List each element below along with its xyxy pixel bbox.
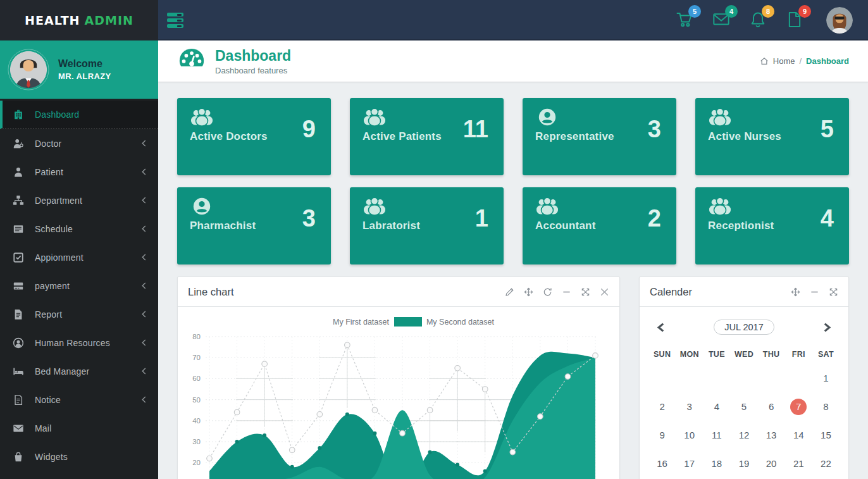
stat-value: 3	[302, 205, 316, 232]
calendar-date-17[interactable]: 17	[676, 449, 703, 478]
sidebar: Welcome MR. ALRAZY DashboardDoctorPatien…	[0, 40, 158, 479]
bed-icon	[13, 366, 27, 377]
chevron-left-icon	[141, 254, 147, 261]
appointment-icon	[13, 252, 27, 263]
calendar-month-label: JUL 2017	[714, 320, 774, 335]
sidebar-item-report[interactable]: Report	[0, 300, 158, 328]
sidebar-item-bed-manager[interactable]: Bed Manager	[0, 357, 158, 385]
mail-icon	[13, 423, 27, 434]
panel-refresh-button[interactable]	[543, 287, 552, 297]
calendar-date-6[interactable]: 6	[758, 392, 785, 421]
calendar-date-4[interactable]: 4	[703, 392, 730, 421]
chevron-left-icon	[141, 368, 147, 375]
stat-label: Accountant	[535, 220, 664, 232]
envelope-button[interactable]: 4	[712, 11, 731, 30]
calendar-date-9[interactable]: 9	[648, 421, 676, 449]
stat-value: 11	[463, 116, 488, 143]
stat-card-labratorist[interactable]: Labratorist1	[350, 187, 504, 264]
panel-expand-button[interactable]	[829, 287, 838, 297]
sidebar-item-notice[interactable]: Notice	[0, 385, 158, 414]
calendar-date-18[interactable]: 18	[703, 449, 730, 478]
breadcrumb-home[interactable]: Home	[773, 56, 795, 66]
panel-collapse-button[interactable]	[562, 287, 571, 297]
stat-card-accountant[interactable]: Accountant2	[523, 187, 676, 264]
bell-button[interactable]: 8	[749, 11, 768, 30]
line-chart-toolbar	[505, 287, 609, 297]
sidebar-item-department[interactable]: Department	[0, 186, 158, 215]
calendar-date-20[interactable]: 20	[758, 449, 785, 478]
panel-move-button[interactable]	[524, 287, 533, 297]
brand-part2: ADMIN	[85, 13, 133, 27]
nav-icons: 5489	[676, 7, 853, 34]
breadcrumb-separator: /	[799, 56, 802, 66]
calendar-date-15[interactable]: 15	[812, 421, 840, 449]
sidebar-item-label: Human Resources	[35, 338, 110, 348]
calendar-date-7[interactable]: 7	[785, 392, 812, 421]
panel-close-button[interactable]	[600, 287, 609, 297]
calendar-date-1[interactable]: 1	[812, 364, 840, 392]
calendar-date-14[interactable]: 14	[785, 421, 812, 449]
calendar-prev-button[interactable]	[655, 320, 667, 335]
sidebar-item-doctor[interactable]: Doctor	[0, 129, 158, 158]
widgets-icon	[13, 451, 27, 463]
calendar-date-10[interactable]: 10	[676, 421, 703, 449]
sidebar-item-dashboard[interactable]: Dashboard	[0, 101, 158, 129]
chevron-left-icon	[141, 311, 147, 318]
calendar-date-22[interactable]: 22	[812, 449, 840, 478]
calendar-date-5[interactable]: 5	[730, 392, 757, 421]
calendar-date-13[interactable]: 13	[758, 421, 785, 449]
sidebar-item-patient[interactable]: Patient	[0, 158, 158, 186]
sidebar-item-payment[interactable]: payment	[0, 271, 158, 300]
sidebar-item-widgets[interactable]: Widgets	[0, 442, 158, 471]
sidebar-item-schedule[interactable]: Schedule	[0, 215, 158, 243]
calendar-next-button[interactable]	[821, 320, 833, 335]
profile-avatar[interactable]	[826, 7, 853, 34]
calendar-date-11[interactable]: 11	[703, 421, 730, 449]
calendar-date-16[interactable]: 16	[648, 449, 676, 478]
panel-expand-button[interactable]	[581, 287, 590, 297]
calendar-date-3[interactable]: 3	[676, 392, 703, 421]
brand-logo[interactable]: HEALTH ADMIN	[0, 0, 158, 40]
sidebar-item-mail[interactable]: Mail	[0, 414, 158, 442]
breadcrumb: Home / Dashboard	[760, 56, 849, 66]
legend-item[interactable]: My Second dataset	[394, 317, 494, 327]
main-content: Dashboard Dashboard features Home / Dash…	[158, 40, 868, 479]
users-icon	[190, 108, 318, 127]
sidebar-item-appionment[interactable]: Appionment	[0, 243, 158, 271]
stat-card-representative[interactable]: Representative3	[523, 98, 676, 175]
calendar-date-2[interactable]: 2	[648, 392, 676, 421]
stat-label: Receptionist	[708, 220, 836, 232]
legend-item[interactable]: My First dataset	[301, 317, 389, 327]
panel-move-button[interactable]	[791, 287, 800, 297]
calendar-date-8[interactable]: 8	[812, 392, 840, 421]
notice-icon	[13, 394, 27, 406]
panel-edit-button[interactable]	[505, 287, 514, 297]
user-avatar[interactable]	[8, 49, 49, 90]
welcome-label: Welcome	[58, 58, 111, 70]
stat-card-pharmachist[interactable]: Pharmachist3	[177, 187, 331, 264]
file-button[interactable]: 9	[786, 11, 805, 30]
calendar-date-12[interactable]: 12	[730, 421, 757, 449]
payment-icon	[13, 280, 27, 292]
calendar-date-19[interactable]: 19	[730, 449, 757, 478]
stat-card-receptionist[interactable]: Receptionist4	[695, 187, 849, 264]
home-icon	[760, 57, 769, 66]
stat-value: 4	[821, 205, 834, 232]
report-icon	[13, 309, 27, 320]
stat-card-active-patients[interactable]: Active Patients11	[350, 98, 504, 175]
sidebar-item-label: Notice	[35, 395, 61, 405]
chart-legend: My First datasetMy Second dataset	[182, 317, 613, 327]
day-header-sat: SAT	[812, 350, 840, 359]
panel-collapse-button[interactable]	[810, 287, 819, 297]
stat-card-active-doctors[interactable]: Active Doctors9	[177, 98, 331, 175]
sidebar-item-human-resources[interactable]: Human Resources	[0, 328, 158, 357]
calendar-date-21[interactable]: 21	[785, 449, 812, 478]
calendar-panel: Calender JUL 2017 SUNMONTUEWEDTHUFRISAT …	[639, 277, 849, 479]
stat-card-active-nurses[interactable]: Active Nurses5	[695, 98, 849, 175]
line-chart-canvas: 20304050607080	[182, 327, 603, 479]
stat-label: Representative	[535, 130, 664, 143]
stat-value: 2	[648, 205, 661, 232]
sidebar-toggle-icon[interactable]	[167, 11, 183, 30]
chevron-left-icon	[141, 225, 147, 232]
cart-button[interactable]: 5	[676, 11, 695, 30]
